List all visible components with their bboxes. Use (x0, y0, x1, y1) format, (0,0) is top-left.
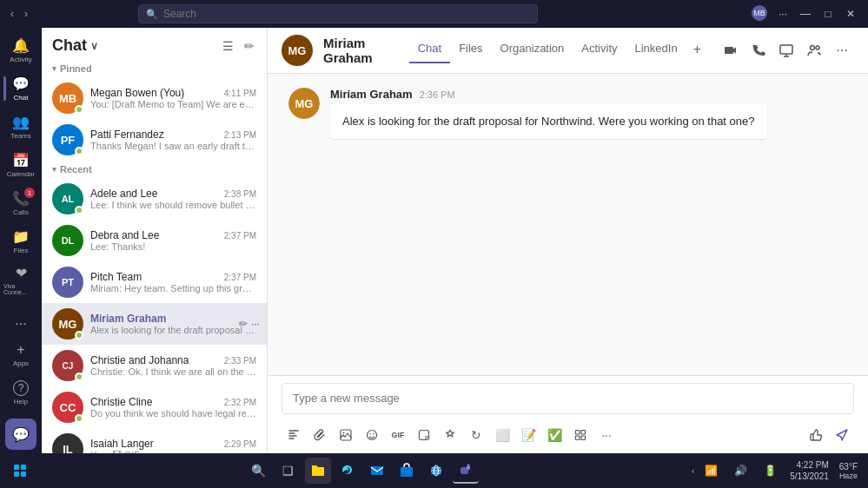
chat-item-content: Christie and Johanna 2:33 PM Christie: O… (90, 354, 256, 377)
sidebar-item-files[interactable]: 📁 Files (3, 222, 38, 260)
chat-item-time: 2:29 PM (224, 439, 256, 449)
loop-btn[interactable]: ↻ (464, 424, 488, 446)
sidebar-item-calendar[interactable]: 📅 Calendar (3, 146, 38, 184)
taskbar-app-store[interactable] (394, 458, 420, 484)
weather-label: Haze (839, 472, 858, 480)
chat-title-dropdown[interactable]: ∨ (90, 40, 98, 52)
tab-activity[interactable]: Activity (573, 38, 626, 63)
taskbar-app-teams[interactable] (453, 458, 479, 484)
list-item[interactable]: MG Miriam Graham Alex is looking for the… (42, 303, 267, 345)
forward-btn[interactable]: › (21, 6, 31, 22)
list-item[interactable]: CJ Christie and Johanna 2:33 PM Christie… (42, 345, 267, 386)
phone-icon (752, 43, 765, 57)
list-item[interactable]: MB Megan Bowen (You) 4:11 PM You: [Draft… (42, 77, 267, 119)
back-btn[interactable]: ‹ (7, 6, 17, 22)
list-item[interactable]: PF Patti Fernandez 2:13 PM Thanks Megan!… (42, 119, 267, 161)
taskbar-app-browser2[interactable] (423, 458, 449, 484)
screen-share-btn[interactable] (774, 38, 798, 63)
chat-list: MB Megan Bowen (You) 4:11 PM You: [Draft… (42, 77, 267, 453)
format-icon (288, 429, 300, 441)
network-btn[interactable]: 📶 (698, 458, 724, 484)
video-call-btn[interactable] (719, 38, 743, 63)
more-tools-btn[interactable]: ··· (594, 424, 619, 446)
praise-btn[interactable] (438, 424, 462, 446)
taskbar-taskview-btn[interactable]: ❑ (275, 458, 301, 484)
user-avatar[interactable]: MB (752, 5, 767, 21)
activity-icon: 🔔 (12, 37, 30, 54)
audio-call-btn[interactable] (746, 38, 771, 63)
meetingnotes-btn[interactable]: 📝 (516, 424, 540, 446)
chat-action-edit[interactable]: ✏ (239, 318, 248, 330)
sidebar-item-activity[interactable]: 🔔 Activity (3, 31, 38, 69)
calendar-label: Calendar (7, 170, 35, 178)
new-chat-btn[interactable]: ✏ (242, 37, 256, 55)
chat-action-more[interactable]: ··· (251, 318, 260, 330)
taskbar-search-btn[interactable]: 🔍 (246, 458, 272, 484)
list-item[interactable]: CC Christie Cline 2:32 PM Do you think w… (42, 386, 267, 428)
battery-btn[interactable]: 🔋 (757, 458, 783, 484)
search-bar[interactable]: 🔍 (138, 4, 538, 23)
chat-item-name: Miriam Graham (90, 313, 166, 325)
emoji-icon (366, 429, 378, 441)
tab-chat[interactable]: Chat (409, 38, 450, 63)
system-tray-chevron[interactable]: ‹ (692, 466, 694, 476)
list-item[interactable]: AL Adele and Lee 2:38 PM Lee: I think we… (42, 178, 267, 220)
compose-input-wrap (268, 376, 868, 420)
tasks-btn[interactable]: ✅ (542, 424, 567, 446)
list-item[interactable]: IL Isaiah Langer 2:29 PM You: 🎞 GIF (42, 428, 267, 453)
volume-btn[interactable]: 🔊 (727, 458, 753, 484)
clock-time: 4:22 PM (797, 459, 829, 471)
chat-item-content: Miriam Graham Alex is looking for the dr… (90, 313, 256, 335)
taskbar-right: ‹ 📶 🔊 🔋 4:22 PM 5/13/2021 63°F Haze (692, 458, 861, 484)
more-options-btn[interactable]: ··· (830, 38, 854, 63)
tab-files[interactable]: Files (450, 38, 491, 63)
maximize-btn[interactable]: □ (818, 5, 838, 23)
sticker-btn[interactable] (412, 424, 436, 446)
sidebar-item-chat[interactable]: 💬 Chat (3, 69, 38, 108)
tab-organization[interactable]: Organization (492, 38, 573, 63)
minimize-btn[interactable]: — (795, 5, 816, 23)
taskbar-app-mail[interactable] (364, 458, 390, 484)
status-badge (75, 206, 83, 214)
start-btn[interactable] (7, 458, 33, 484)
taskbar-app-edge[interactable] (335, 458, 361, 484)
search-input[interactable] (163, 8, 530, 20)
message-bubble: Alex is looking for the draft proposal f… (330, 104, 767, 139)
teams-bottom-btn[interactable]: 💬 (5, 419, 36, 450)
sidebar-item-viva[interactable]: ❤ Viva Conne... (3, 260, 38, 299)
files-label: Files (14, 247, 29, 254)
close-btn[interactable]: ✕ (840, 5, 861, 23)
sidebar-item-apps[interactable]: + Apps (3, 335, 38, 373)
compose-input[interactable] (282, 383, 854, 414)
filter-btn[interactable]: ☰ (221, 37, 235, 55)
format-btn[interactable] (282, 424, 306, 446)
sidebar-item-teams[interactable]: 👥 Teams (3, 108, 38, 146)
list-item[interactable]: DL Debra and Lee 2:37 PM Lee: Thanks! (42, 220, 267, 261)
screen-icon (779, 43, 793, 57)
svg-point-2 (816, 46, 819, 49)
tab-linkedin[interactable]: LinkedIn (626, 38, 686, 63)
send-btn[interactable] (830, 424, 854, 446)
avatar: PT (52, 267, 83, 298)
whiteboard-btn[interactable]: ⬜ (490, 424, 514, 446)
image-btn[interactable] (334, 424, 358, 446)
avatar-wrap: MB (52, 82, 83, 114)
forms-btn[interactable] (568, 424, 593, 446)
chat-item-name: Debra and Lee (90, 229, 159, 241)
more-btn[interactable]: ··· (772, 5, 793, 23)
taskbar-app-explorer[interactable] (305, 458, 331, 484)
giphy-btn[interactable]: GIF (386, 424, 410, 446)
sidebar-item-help[interactable]: ? Help (3, 373, 38, 412)
attach-btn[interactable] (308, 424, 332, 446)
tab-add-btn[interactable]: + (686, 38, 708, 63)
chat-panel-title[interactable]: Chat ∨ (52, 36, 98, 55)
emoji-btn[interactable] (360, 424, 384, 446)
chat-item-time: 2:33 PM (224, 356, 256, 366)
list-item[interactable]: PT Pitch Team 2:37 PM Miriam: Hey team. … (42, 261, 267, 303)
people-btn[interactable] (802, 38, 826, 63)
like-btn[interactable] (804, 424, 828, 446)
sidebar-item-calls[interactable]: 1 📞 Calls (3, 184, 38, 222)
clock[interactable]: 4:22 PM 5/13/2021 (786, 459, 832, 482)
weather-widget[interactable]: 63°F Haze (836, 462, 861, 480)
more-apps-btn[interactable]: ··· (15, 316, 26, 332)
